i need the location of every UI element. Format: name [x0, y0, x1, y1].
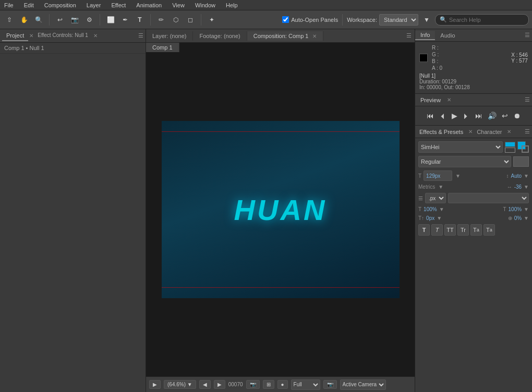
workspace-arrow[interactable]: ▼ [420, 14, 433, 26]
tab-effects-presets[interactable]: Effects & Presets [415, 128, 467, 136]
close-effects-tab[interactable]: ✕ [468, 129, 473, 134]
stamp-tool[interactable]: ⬡ [170, 14, 182, 26]
menu-composition[interactable]: Composition [42, 1, 78, 9]
style-select[interactable]: Regular [418, 156, 511, 167]
separator-4 [201, 14, 201, 26]
settings-btn[interactable]: ⚙ [83, 14, 95, 26]
tab-preview[interactable]: Preview [415, 96, 446, 104]
zoom-display[interactable]: (64.6%) ▼ [164, 380, 196, 389]
loop-btn[interactable]: ↩ [501, 111, 509, 121]
zoom-tool[interactable]: 🔍 [32, 14, 45, 26]
audio-btn[interactable]: 🔊 [487, 111, 498, 121]
prev-frame[interactable]: ◀ [199, 380, 211, 389]
align-select[interactable] [448, 193, 529, 203]
size-arrow: ▼ [455, 173, 461, 179]
search-input[interactable] [449, 17, 522, 23]
leading-icon: ↕ [506, 173, 509, 179]
quality-select[interactable]: Full Half Third Quarter [291, 379, 320, 390]
snapshot-btn[interactable]: 📷 [323, 380, 337, 389]
tab-layer[interactable]: Layer: (none) [146, 31, 193, 41]
tracking-value[interactable]: -36 [514, 184, 522, 190]
stroke-color-btn[interactable] [505, 148, 515, 153]
puppet-tool[interactable]: ✦ [205, 14, 218, 26]
menu-help[interactable]: Help [224, 1, 240, 9]
unit-icon: ☰ [418, 195, 423, 201]
color-preview [419, 54, 428, 62]
main-area: Project ✕ Effect Controls: Null 1 ✕ ☰ Co… [0, 29, 532, 392]
close-character-tab[interactable]: ✕ [507, 129, 511, 134]
menu-effect[interactable]: Effect [109, 1, 128, 9]
close-comp-tab[interactable]: ✕ [312, 33, 317, 39]
menu-layer[interactable]: Layer [84, 1, 103, 9]
camera-btn[interactable]: 📷 [246, 380, 260, 389]
menu-file[interactable]: File [2, 1, 16, 9]
workspace-select[interactable]: Standard [379, 14, 418, 26]
stroke-swatch[interactable] [522, 145, 529, 153]
size-row: T 129px ▼ ↕ Auto ▼ [418, 170, 529, 181]
shape-tool[interactable]: ⬜ [104, 14, 117, 26]
undo-btn[interactable]: ↩ [54, 14, 66, 26]
subscript-btn[interactable]: Ta [483, 224, 495, 236]
tab-composition[interactable]: Composition: Comp 1 ✕ [247, 31, 323, 41]
camera-view-select[interactable]: Active Camera [340, 379, 386, 390]
info-rgba: R : G : B : A : 0 [432, 45, 442, 71]
italic-T-btn[interactable]: T [431, 224, 443, 236]
next-frame-btn2[interactable]: ⏵ [462, 111, 471, 121]
menu-edit[interactable]: Edit [22, 1, 36, 9]
vscale-value[interactable]: 100% [509, 206, 522, 212]
guide-bottom [162, 287, 400, 288]
color-wheel[interactable]: ● [277, 380, 288, 389]
selection-tool[interactable]: ⇧ [3, 14, 16, 26]
pen-tool[interactable]: ✒ [119, 14, 131, 26]
font-size-value[interactable]: 129px [424, 170, 452, 181]
fill-color-btn[interactable] [505, 142, 515, 147]
eraser-tool[interactable]: ◻ [184, 14, 197, 26]
tab-info[interactable]: Info [415, 31, 435, 40]
menu-window[interactable]: Window [193, 1, 217, 9]
brush-tool[interactable]: ✏ [155, 14, 167, 26]
tab-project[interactable]: Project [2, 31, 28, 41]
last-frame-btn[interactable]: ⏭ [474, 111, 483, 121]
hand-tool[interactable]: ✋ [18, 14, 30, 26]
panel-menu-btn[interactable]: ☰ [138, 32, 143, 39]
tab-character[interactable]: Character [473, 128, 506, 136]
tab-footage[interactable]: Footage: (none) [193, 31, 247, 41]
hscale-value[interactable]: 100% [424, 206, 437, 212]
menu-animation[interactable]: Animation [134, 1, 164, 9]
viewer-menu-btn[interactable]: ☰ [406, 32, 415, 39]
tab-effect-controls[interactable]: Effect Controls: Null 1 [33, 31, 92, 41]
close-effect-tab[interactable]: ✕ [93, 33, 98, 39]
prev-frame-btn[interactable]: ⏴ [438, 111, 448, 121]
tsukimi-value[interactable]: 0% [514, 215, 522, 221]
close-preview-tab[interactable]: ✕ [447, 97, 451, 103]
small-caps-btn[interactable]: Tr [457, 224, 469, 236]
text-tool[interactable]: T [134, 14, 146, 26]
viewer-playback-btn[interactable]: ▶ [149, 380, 161, 389]
play-btn[interactable]: ▶ [451, 111, 458, 121]
effects-menu-btn[interactable]: ☰ [525, 128, 532, 135]
record-btn[interactable]: ⏺ [512, 111, 522, 121]
font-select[interactable]: SimHei [418, 141, 503, 153]
effects-panel: Effects & Presets ✕ Character ✕ ☰ SimHei [415, 126, 532, 392]
camera-tool[interactable]: 📷 [68, 14, 81, 26]
safe-zones[interactable]: ⊞ [263, 380, 274, 389]
workspace-label: Workspace: [347, 17, 377, 23]
toolbar: ⇧ ✋ 🔍 ↩ 📷 ⚙ ⬜ ✒ T ✏ ⬡ ◻ ✦ Auto-Open Pane… [0, 10, 532, 29]
info-menu-btn[interactable]: ☰ [525, 32, 532, 39]
baseline-value[interactable]: 0px [426, 215, 434, 221]
auto-open-checkbox[interactable] [282, 16, 289, 23]
bold-T-btn[interactable]: T [418, 224, 430, 236]
info-in-out: In: 00000, Out: 00128 [419, 84, 528, 90]
close-project-tab[interactable]: ✕ [29, 33, 33, 39]
next-frame[interactable]: ▶ [214, 380, 225, 389]
coord-y: Y : 577 [511, 58, 528, 64]
all-caps-btn[interactable]: TT [444, 224, 456, 236]
menu-view[interactable]: View [170, 1, 187, 9]
first-frame-btn[interactable]: ⏮ [426, 111, 435, 121]
tab-audio[interactable]: Audio [435, 31, 460, 40]
tsukimi-arrow: ▼ [524, 215, 529, 221]
unit-select[interactable]: .px em [425, 193, 446, 203]
leading-value[interactable]: Auto [511, 173, 522, 179]
preview-menu-btn[interactable]: ☰ [525, 96, 532, 103]
superscript-btn[interactable]: Ta [470, 224, 482, 236]
